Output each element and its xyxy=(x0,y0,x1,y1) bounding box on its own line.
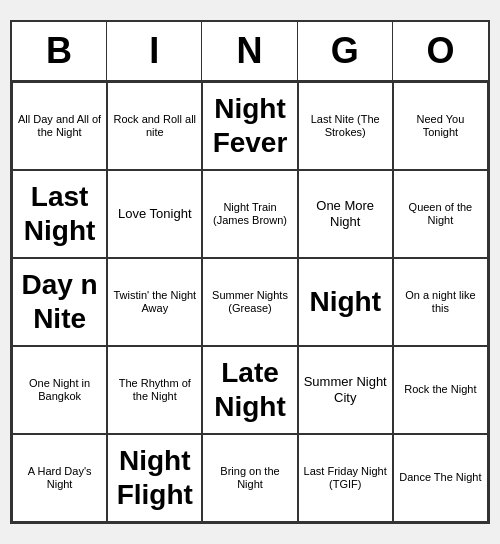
bingo-cell[interactable]: Summer Night City xyxy=(298,346,393,434)
cell-text: Late Night xyxy=(207,356,292,423)
bingo-cell[interactable]: Dance The Night xyxy=(393,434,488,522)
cell-text: A Hard Day's Night xyxy=(17,465,102,491)
cell-text: All Day and All of the Night xyxy=(17,113,102,139)
bingo-cell[interactable]: Need You Tonight xyxy=(393,82,488,170)
bingo-cell[interactable]: Last Night xyxy=(12,170,107,258)
bingo-cell[interactable]: All Day and All of the Night xyxy=(12,82,107,170)
cell-text: Night Fever xyxy=(207,92,292,159)
bingo-cell[interactable]: Love Tonight xyxy=(107,170,202,258)
cell-text: Queen of the Night xyxy=(398,201,483,227)
cell-text: The Rhythm of the Night xyxy=(112,377,197,403)
bingo-grid: All Day and All of the NightRock and Rol… xyxy=(12,82,488,522)
bingo-cell[interactable]: Night Fever xyxy=(202,82,297,170)
cell-text: Bring on the Night xyxy=(207,465,292,491)
cell-text: Night Flight xyxy=(112,444,197,511)
bingo-cell[interactable]: On a night like this xyxy=(393,258,488,346)
cell-text: Last Friday Night (TGIF) xyxy=(303,465,388,491)
header-letter: O xyxy=(393,22,488,80)
cell-text: Love Tonight xyxy=(112,206,197,222)
header-letter: G xyxy=(298,22,393,80)
cell-text: On a night like this xyxy=(398,289,483,315)
cell-text: Last Nite (The Strokes) xyxy=(303,113,388,139)
cell-text: Day n Nite xyxy=(17,268,102,335)
bingo-cell[interactable]: Day n Nite xyxy=(12,258,107,346)
header-letter: I xyxy=(107,22,202,80)
cell-text: Summer Nights (Grease) xyxy=(207,289,292,315)
cell-text: Last Night xyxy=(17,180,102,247)
bingo-cell[interactable]: Summer Nights (Grease) xyxy=(202,258,297,346)
header-letter: B xyxy=(12,22,107,80)
bingo-cell[interactable]: Twistin' the Night Away xyxy=(107,258,202,346)
bingo-header: BINGO xyxy=(12,22,488,82)
bingo-cell[interactable]: Queen of the Night xyxy=(393,170,488,258)
bingo-cell[interactable]: The Rhythm of the Night xyxy=(107,346,202,434)
cell-text: One Night in Bangkok xyxy=(17,377,102,403)
bingo-cell[interactable]: Late Night xyxy=(202,346,297,434)
cell-text: Dance The Night xyxy=(398,471,483,484)
bingo-cell[interactable]: Night xyxy=(298,258,393,346)
bingo-cell[interactable]: Rock the Night xyxy=(393,346,488,434)
bingo-cell[interactable]: One Night in Bangkok xyxy=(12,346,107,434)
bingo-cell[interactable]: Night Flight xyxy=(107,434,202,522)
cell-text: Night Train (James Brown) xyxy=(207,201,292,227)
bingo-cell[interactable]: A Hard Day's Night xyxy=(12,434,107,522)
bingo-cell[interactable]: Last Friday Night (TGIF) xyxy=(298,434,393,522)
cell-text: Twistin' the Night Away xyxy=(112,289,197,315)
header-letter: N xyxy=(202,22,297,80)
cell-text: Need You Tonight xyxy=(398,113,483,139)
bingo-cell[interactable]: One More Night xyxy=(298,170,393,258)
cell-text: Rock the Night xyxy=(398,383,483,396)
cell-text: Rock and Roll all nite xyxy=(112,113,197,139)
bingo-card: BINGO All Day and All of the NightRock a… xyxy=(10,20,490,524)
cell-text: Night xyxy=(303,285,388,319)
bingo-cell[interactable]: Last Nite (The Strokes) xyxy=(298,82,393,170)
bingo-cell[interactable]: Rock and Roll all nite xyxy=(107,82,202,170)
cell-text: Summer Night City xyxy=(303,374,388,405)
bingo-cell[interactable]: Bring on the Night xyxy=(202,434,297,522)
bingo-cell[interactable]: Night Train (James Brown) xyxy=(202,170,297,258)
cell-text: One More Night xyxy=(303,198,388,229)
